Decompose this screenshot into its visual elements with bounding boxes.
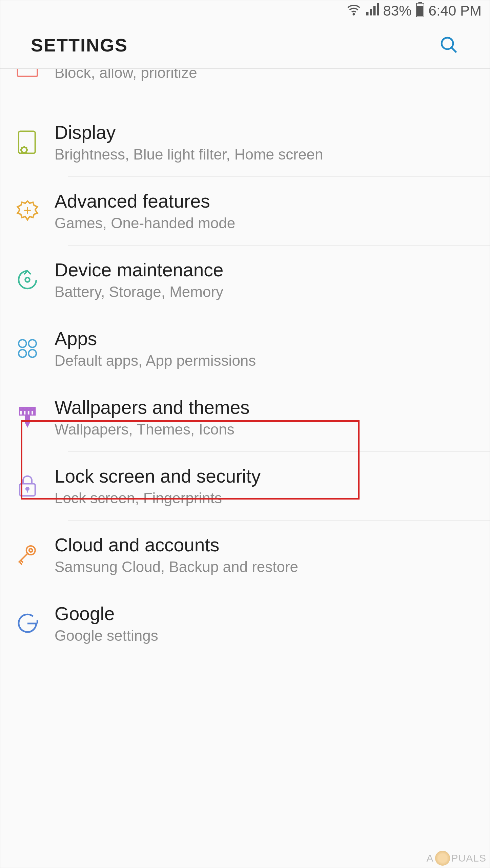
row-title: Wallpapers and themes <box>55 397 476 418</box>
svg-rect-3 <box>373 6 375 15</box>
svg-rect-7 <box>417 6 423 16</box>
row-title: Lock screen and security <box>55 465 476 487</box>
page-title: SETTINGS <box>31 35 128 56</box>
row-subtitle: Lock screen, Fingerprints <box>55 490 476 507</box>
svg-point-27 <box>19 350 26 357</box>
svg-line-18 <box>21 147 22 148</box>
settings-item-cloud-accounts[interactable]: Cloud and accounts Samsung Cloud, Backup… <box>0 521 490 589</box>
row-subtitle: Games, One-handed mode <box>55 215 476 232</box>
row-title: Cloud and accounts <box>55 534 476 556</box>
svg-point-37 <box>26 487 29 490</box>
header: SETTINGS <box>0 21 490 69</box>
svg-point-25 <box>19 340 26 347</box>
svg-line-21 <box>26 147 27 148</box>
wifi-icon <box>347 2 361 20</box>
lock-icon <box>0 473 55 499</box>
notifications-icon <box>0 69 55 83</box>
svg-line-20 <box>21 152 22 152</box>
row-subtitle: Battery, Storage, Memory <box>55 283 476 300</box>
row-title: Apps <box>55 328 476 350</box>
row-title: Advanced features <box>55 190 476 212</box>
battery-percent: 83% <box>383 3 412 19</box>
row-subtitle: Brightness, Blue light filter, Home scre… <box>55 146 476 163</box>
advanced-features-icon <box>0 198 55 224</box>
svg-rect-4 <box>377 3 379 15</box>
svg-point-24 <box>25 278 30 282</box>
settings-screen: 83% 6:40 PM SETTINGS <box>0 0 490 868</box>
settings-item-notifications[interactable]: Block, allow, prioritize <box>0 69 490 108</box>
watermark: A A PUALS PUALS <box>427 851 486 866</box>
settings-item-google[interactable]: Google Google settings <box>0 589 490 658</box>
svg-rect-10 <box>18 69 38 76</box>
search-button[interactable] <box>439 35 459 55</box>
wallpapers-icon <box>0 404 55 430</box>
row-title: Display <box>55 122 476 143</box>
battery-icon <box>416 2 425 20</box>
google-icon <box>0 610 55 637</box>
signal-icon <box>365 2 379 20</box>
svg-point-40 <box>29 549 33 552</box>
settings-item-apps[interactable]: Apps Default apps, App permissions <box>0 314 490 383</box>
display-icon <box>0 129 55 155</box>
settings-item-display[interactable]: Display Brightness, Blue light filter, H… <box>0 108 490 176</box>
settings-item-device-maintenance[interactable]: Device maintenance Battery, Storage, Mem… <box>0 246 490 314</box>
row-title: Device maintenance <box>55 259 476 281</box>
settings-item-lock-screen-security[interactable]: Lock screen and security Lock screen, Fi… <box>0 452 490 520</box>
status-icons: 83% 6:40 PM <box>347 2 482 20</box>
settings-list[interactable]: Block, allow, prioritize Display Brightn… <box>0 69 490 658</box>
svg-point-28 <box>28 350 36 357</box>
row-subtitle: Samsung Cloud, Backup and restore <box>55 558 476 575</box>
row-subtitle: Wallpapers, Themes, Icons <box>55 421 476 438</box>
settings-item-advanced-features[interactable]: Advanced features Games, One-handed mode <box>0 177 490 245</box>
status-bar: 83% 6:40 PM <box>0 0 490 21</box>
svg-rect-2 <box>370 9 372 15</box>
svg-point-26 <box>28 340 36 347</box>
clock-time: 6:40 PM <box>429 3 482 19</box>
svg-line-9 <box>451 47 456 52</box>
row-subtitle: Google settings <box>55 627 476 644</box>
svg-point-8 <box>442 38 453 49</box>
apps-icon <box>0 335 55 362</box>
row-subtitle: Block, allow, prioritize <box>55 69 476 81</box>
svg-line-19 <box>26 152 27 152</box>
device-maintenance-icon <box>0 267 55 293</box>
row-subtitle: Default apps, App permissions <box>55 352 476 369</box>
svg-point-39 <box>26 546 35 555</box>
row-title: Google <box>55 603 476 624</box>
search-icon <box>439 35 459 55</box>
svg-rect-1 <box>366 12 368 16</box>
svg-rect-35 <box>20 408 35 411</box>
cloud-accounts-icon <box>0 542 55 568</box>
settings-item-wallpapers-themes[interactable]: Wallpapers and themes Wallpapers, Themes… <box>0 383 490 451</box>
watermark-icon <box>435 851 450 866</box>
